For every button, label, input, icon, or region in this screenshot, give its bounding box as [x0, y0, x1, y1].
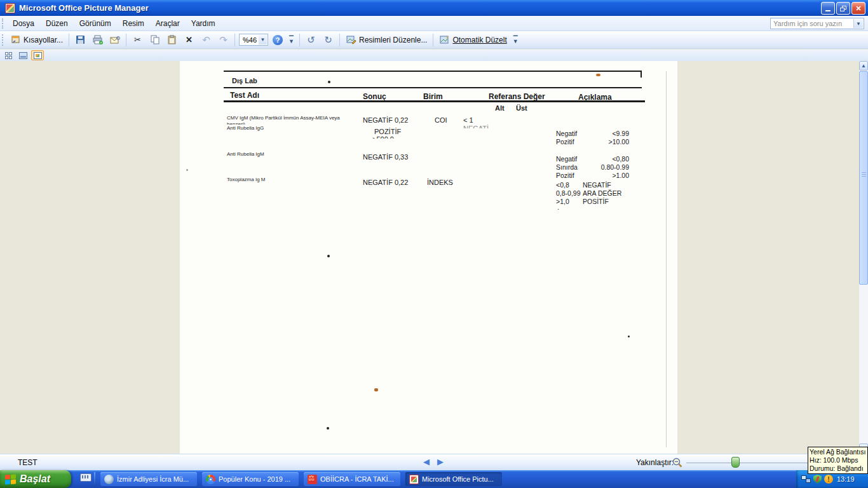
scanned-document-page: Dış Lab Test Adı Sonuç Birim Referans De… — [180, 61, 677, 454]
network-icon[interactable] — [801, 475, 811, 483]
scroll-up-button[interactable]: ▲ — [859, 61, 868, 71]
result-value-cont: >500.0 — [372, 135, 394, 139]
scan-artifact-dot — [328, 81, 330, 83]
minimize-button[interactable] — [821, 2, 835, 15]
note-block: Negatif<0,80 Sınırda0.80-0.99 Pozitif>1.… — [556, 155, 629, 180]
undo-button[interactable]: ↶ — [198, 32, 215, 47]
menu-dosya[interactable]: Dosya — [7, 17, 40, 30]
help-button[interactable]: ? — [269, 33, 286, 47]
menu-duzen[interactable]: Düzen — [40, 17, 74, 30]
scan-artifact-dot — [327, 427, 329, 430]
next-picture-button[interactable]: ▶ — [437, 457, 444, 466]
toolbar-separator — [69, 34, 69, 46]
vertical-scrollbar[interactable]: ▲ ▼ — [859, 61, 868, 454]
zoom-level-combo[interactable]: %46 ▼ — [239, 34, 268, 46]
chevron-up-icon: ▲ — [861, 63, 866, 69]
save-icon — [75, 34, 86, 45]
toolbar-grip — [2, 34, 5, 46]
taskbar-task-obiicra[interactable]: OBİİCRA - İCRA TAKİ... — [304, 472, 400, 486]
filmstrip-view-icon — [19, 52, 27, 59]
toolbar-separator — [234, 34, 235, 46]
scan-artifact-mark — [374, 388, 378, 391]
section-title: Dış Lab — [232, 77, 257, 85]
start-button-label: Başlat — [20, 473, 50, 485]
toolbar-separator — [126, 34, 126, 46]
menu-araclar[interactable]: Araçlar — [150, 17, 186, 30]
quick-launch — [80, 473, 92, 482]
zoom-slider-track[interactable] — [686, 463, 821, 463]
help-question-box[interactable]: Yardım için soru yazın ▼ — [770, 18, 864, 29]
keyboard-language-icon[interactable] — [80, 473, 92, 482]
antivirus-shield-icon[interactable] — [813, 475, 822, 484]
title-bar: Microsoft Office Picture Manager ✕ — [0, 0, 868, 16]
printer-icon — [92, 34, 103, 45]
save-button[interactable] — [72, 32, 89, 47]
picture-name-label: TEST — [18, 458, 37, 467]
restore-button[interactable] — [836, 2, 850, 15]
page-edge-line — [666, 71, 667, 447]
rotate-right-icon: ↻ — [323, 34, 334, 45]
note-block: Negatif<9.99 Pozitif>10.00 — [556, 130, 629, 146]
taskbar-task-populer-konu[interactable]: Popüler Konu - 2019 ... — [202, 472, 299, 486]
table-top-rule — [224, 71, 642, 72]
scrollbar-thumb[interactable] — [859, 71, 868, 285]
undo-icon: ↶ — [201, 34, 212, 45]
auto-correct-button[interactable]: Otomatik Düzelt — [436, 32, 510, 47]
menu-yardim[interactable]: Yardım — [186, 17, 221, 30]
zoom-level-value: %46 — [243, 36, 257, 44]
shortcuts-button[interactable]: Kısayollar... — [7, 32, 66, 47]
status-bar: TEST ◀ ▶ Yakınlaştır: — [0, 454, 868, 470]
edit-pictures-button[interactable]: Resimleri Düzenle... — [342, 32, 430, 47]
single-picture-view-icon — [34, 52, 42, 59]
task-label: İzmir Adliyesi İcra Mü... — [117, 475, 189, 483]
start-button[interactable]: Başlat — [0, 470, 71, 488]
result-value: NEGATİF 0,22 — [363, 116, 408, 124]
chevron-down-icon[interactable]: ▼ — [853, 19, 863, 28]
warning-icon[interactable]: ! — [824, 475, 833, 484]
redo-icon: ↷ — [218, 34, 229, 45]
shortcut-icon — [10, 34, 21, 45]
taskbar-task-picture-manager[interactable]: Microsoft Office Pictu... — [405, 472, 502, 486]
test-name: Toxoplazma Ig M — [227, 177, 265, 182]
menu-gorunum[interactable]: Görünüm — [74, 17, 117, 30]
unit-value: COI — [435, 116, 447, 124]
toolbar-overflow-button[interactable]: ▔▼ — [512, 34, 520, 46]
send-mail-button[interactable] — [106, 32, 123, 47]
print-button[interactable] — [89, 32, 106, 47]
taskbar-task-izmir-adliyesi[interactable]: İzmir Adliyesi İcra Mü... — [100, 472, 197, 486]
chevron-down-icon[interactable]: ▼ — [259, 35, 267, 44]
zoom-out-icon[interactable] — [672, 458, 682, 468]
menu-grip — [2, 18, 5, 29]
close-icon: ✕ — [855, 4, 861, 13]
picture-manager-icon — [409, 475, 419, 484]
menu-bar: Dosya Düzen Görünüm Resim Araçlar Yardım… — [0, 16, 868, 31]
zoom-slider-thumb[interactable] — [731, 457, 740, 468]
filmstrip-view-button[interactable] — [17, 50, 29, 60]
toolbar-overflow-button[interactable]: ▔▼ — [287, 34, 295, 46]
delete-button[interactable]: ✕ — [180, 32, 198, 47]
browser-window-icon — [104, 475, 114, 484]
rotate-right-button[interactable]: ↻ — [320, 32, 337, 47]
menu-resim[interactable]: Resim — [117, 17, 150, 30]
close-button[interactable]: ✕ — [851, 2, 865, 15]
scan-artifact-dot — [628, 336, 630, 337]
redo-button[interactable]: ↷ — [215, 32, 232, 47]
table-corner-tick — [641, 71, 642, 78]
previous-picture-button[interactable]: ◀ — [423, 457, 430, 466]
picture-viewer-area: Dış Lab Test Adı Sonuç Birim Referans De… — [0, 61, 868, 454]
result-value: NEGATİF 0,33 — [363, 153, 408, 161]
cut-button[interactable]: ✂ — [129, 32, 146, 47]
subcol-alt: Alt — [495, 104, 505, 112]
reference-value-cont: NEGATİ — [463, 125, 489, 128]
rotate-left-button[interactable]: ↺ — [302, 32, 320, 47]
desktop: Microsoft Office Picture Manager ✕ Dosya… — [0, 0, 868, 488]
result-value: NEGATİF 0,22 — [363, 179, 408, 186]
network-status-tooltip: Yerel Ağ Bağlantısı Hız: 100.0 Mbps Duru… — [808, 447, 868, 474]
single-picture-view-button[interactable] — [31, 50, 44, 60]
thumbnail-view-button[interactable] — [2, 50, 15, 60]
tooltip-line-2: Hız: 100.0 Mbps — [810, 456, 866, 464]
paste-button[interactable] — [163, 32, 180, 47]
table-rule — [224, 87, 642, 88]
copy-button[interactable] — [146, 32, 163, 47]
col-birim: Birim — [423, 92, 443, 101]
